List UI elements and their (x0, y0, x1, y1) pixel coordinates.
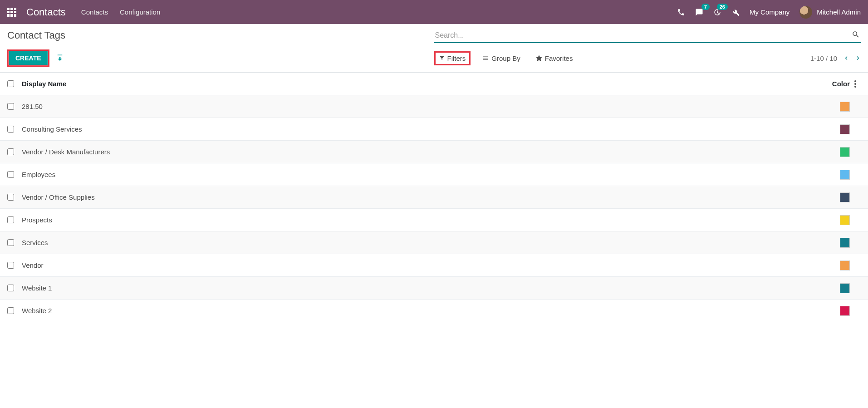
list-view: Display Name Color 281.50Consulting Serv… (0, 73, 868, 322)
pager-next[interactable] (855, 55, 861, 61)
color-swatch[interactable] (840, 306, 850, 316)
svg-point-0 (854, 80, 856, 82)
row-checkbox[interactable] (7, 171, 14, 178)
phone-icon[interactable] (677, 8, 685, 16)
list-header: Display Name Color (0, 73, 868, 95)
row-name[interactable]: Vendor / Desk Manufacturers (22, 148, 823, 156)
search-icon[interactable] (852, 30, 860, 39)
favorites-label: Favorites (545, 54, 573, 62)
color-swatch[interactable] (840, 147, 850, 157)
color-swatch[interactable] (840, 261, 850, 270)
color-swatch[interactable] (840, 215, 850, 225)
chevron-left-icon (843, 55, 849, 61)
table-row[interactable]: Vendor (0, 254, 868, 277)
create-highlight: CREATE (7, 49, 49, 67)
col-header-name[interactable]: Display Name (22, 80, 823, 88)
row-checkbox[interactable] (7, 194, 14, 201)
messages-badge: 7 (701, 4, 710, 10)
table-row[interactable]: Vendor / Office Supplies (0, 186, 868, 209)
row-name[interactable]: Services (22, 239, 823, 246)
table-row[interactable]: Prospects (0, 209, 868, 231)
optional-columns-icon[interactable] (850, 80, 861, 88)
row-name[interactable]: Website 1 (22, 284, 823, 292)
search-input[interactable] (434, 29, 861, 43)
row-name[interactable]: Employees (22, 171, 823, 178)
filters-button[interactable]: Filters (437, 54, 468, 63)
svg-point-2 (854, 86, 856, 88)
activities-badge: 26 (717, 4, 728, 10)
filters-label: Filters (447, 54, 466, 62)
row-checkbox[interactable] (7, 103, 14, 110)
svg-point-1 (854, 83, 856, 85)
table-row[interactable]: Services (0, 231, 868, 254)
row-name[interactable]: 281.50 (22, 103, 823, 110)
list-icon (482, 55, 489, 61)
search-options: Filters Group By Favorites 1-10 / 10 (434, 51, 861, 65)
chevron-right-icon (855, 55, 861, 61)
row-name[interactable]: Vendor (22, 261, 823, 269)
row-checkbox[interactable] (7, 148, 14, 155)
control-panel: Contact Tags CREATE Filters Group By (0, 24, 868, 73)
group-by-label: Group By (491, 54, 520, 62)
row-name[interactable]: Website 2 (22, 307, 823, 315)
group-by-button[interactable]: Group By (479, 53, 524, 64)
main-navbar: Contacts Contacts Configuration 7 26 My … (0, 0, 868, 24)
color-swatch[interactable] (840, 170, 850, 180)
color-swatch[interactable] (840, 124, 850, 134)
apps-menu-icon[interactable] (7, 8, 16, 17)
filters-highlight: Filters (434, 51, 471, 65)
table-row[interactable]: Employees (0, 163, 868, 186)
row-checkbox[interactable] (7, 239, 14, 246)
color-swatch[interactable] (840, 192, 850, 202)
messages-icon[interactable]: 7 (695, 8, 703, 16)
row-checkbox[interactable] (7, 262, 14, 269)
row-name[interactable]: Prospects (22, 216, 823, 224)
pager-prev[interactable] (843, 55, 849, 61)
avatar (799, 6, 812, 19)
table-row[interactable]: Website 1 (0, 277, 868, 300)
search-container (434, 29, 861, 43)
app-brand[interactable]: Contacts (26, 6, 66, 18)
export-icon[interactable] (56, 54, 64, 62)
create-button[interactable]: CREATE (9, 51, 48, 65)
row-checkbox[interactable] (7, 307, 14, 314)
nav-left: Contacts Contacts Configuration (7, 5, 162, 19)
color-swatch[interactable] (840, 238, 850, 248)
col-header-color[interactable]: Color (823, 80, 850, 88)
select-all-checkbox[interactable] (7, 80, 14, 87)
row-name[interactable]: Vendor / Office Supplies (22, 193, 823, 201)
pager-range: 1-10 / 10 (810, 54, 837, 62)
table-row[interactable]: Consulting Services (0, 118, 868, 141)
activities-icon[interactable]: 26 (713, 8, 721, 16)
nav-link-configuration[interactable]: Configuration (118, 5, 162, 19)
row-checkbox[interactable] (7, 216, 14, 223)
filter-icon (439, 55, 445, 61)
color-swatch[interactable] (840, 102, 850, 112)
pager: 1-10 / 10 (810, 54, 861, 62)
nav-link-contacts[interactable]: Contacts (79, 5, 110, 19)
kebab-icon (854, 80, 856, 88)
nav-right: 7 26 My Company Mitchell Admin (677, 6, 861, 19)
company-selector[interactable]: My Company (750, 8, 790, 16)
table-row[interactable]: Website 2 (0, 300, 868, 322)
color-swatch[interactable] (840, 283, 850, 293)
table-row[interactable]: Vendor / Desk Manufacturers (0, 141, 868, 163)
user-menu[interactable]: Mitchell Admin (799, 6, 861, 19)
user-name: Mitchell Admin (817, 8, 861, 16)
favorites-button[interactable]: Favorites (532, 53, 577, 64)
page-title: Contact Tags (7, 29, 65, 41)
row-checkbox[interactable] (7, 285, 14, 291)
tools-icon[interactable] (731, 8, 740, 16)
row-checkbox[interactable] (7, 126, 14, 133)
row-name[interactable]: Consulting Services (22, 125, 823, 133)
star-icon (536, 55, 542, 61)
table-row[interactable]: 281.50 (0, 95, 868, 118)
